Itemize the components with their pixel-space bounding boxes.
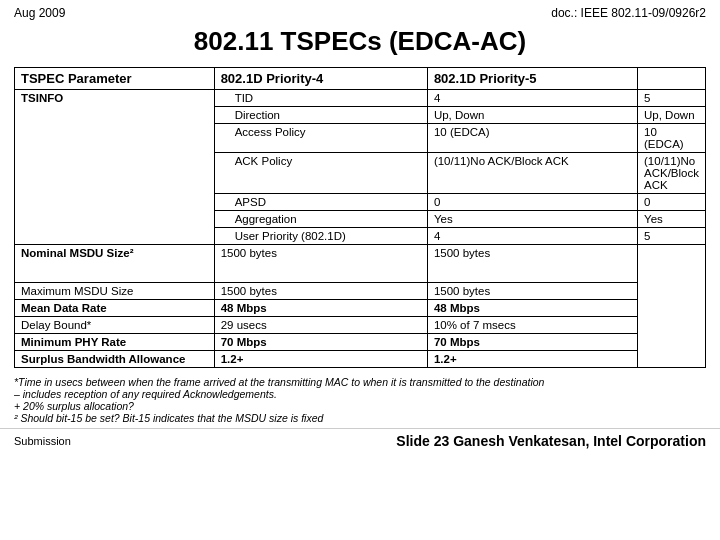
row-param: Access Policy <box>214 124 427 153</box>
row-p5: 5 <box>638 90 706 107</box>
footnote-line: *Time in usecs between when the frame ar… <box>14 376 706 388</box>
col3-header: 802.1D Priority-5 <box>427 68 637 90</box>
row-param: Aggregation <box>214 211 427 228</box>
row-param: TID <box>214 90 427 107</box>
row-p4: 4 <box>427 90 637 107</box>
header-right: doc.: IEEE 802.11-09/0926r2 <box>551 6 706 20</box>
nominal-row: Nominal MSDU Size²1500 bytes1500 bytes <box>15 245 706 283</box>
row-p4: 4 <box>427 228 637 245</box>
row-p5: Yes <box>638 211 706 228</box>
slide-info: Slide 23 Ganesh Venkatesan, Intel Corpor… <box>396 433 706 449</box>
footnote-line: – includes reception of any required Ack… <box>14 388 706 400</box>
row-p4: 0 <box>427 194 637 211</box>
row-p4: (10/11)No ACK/Block ACK <box>427 153 637 194</box>
row-p5: (10/11)No ACK/Block ACK <box>638 153 706 194</box>
table-row: TSINFOTID45 <box>15 90 706 107</box>
row-p5: Up, Down <box>638 107 706 124</box>
footnote-area: *Time in usecs between when the frame ar… <box>14 376 706 424</box>
bottom-bar: Submission Slide 23 Ganesh Venkatesan, I… <box>0 428 720 453</box>
tsinfo-label: TSINFO <box>15 90 215 245</box>
row-p4: Up, Down <box>427 107 637 124</box>
row-param: ACK Policy <box>214 153 427 194</box>
row-p5: 5 <box>638 228 706 245</box>
table-row: Delay Bound*29 usecs10% of 7 msecs <box>15 317 706 334</box>
header-left: Aug 2009 <box>14 6 65 20</box>
submission-label: Submission <box>14 435 71 447</box>
row-param: APSD <box>214 194 427 211</box>
col1-header: TSPEC Parameter <box>15 68 215 90</box>
table-row: Maximum MSDU Size1500 bytes1500 bytes <box>15 283 706 300</box>
row-p5: 0 <box>638 194 706 211</box>
footnote-line: ² Should bit-15 be set? Bit-15 indicates… <box>14 412 706 424</box>
table-row: Minimum PHY Rate70 Mbps70 Mbps <box>15 334 706 351</box>
row-p4: 10 (EDCA) <box>427 124 637 153</box>
footnote-line: + 20% surplus allocation? <box>14 400 706 412</box>
table-row: Mean Data Rate48 Mbps48 Mbps <box>15 300 706 317</box>
table-row: Surplus Bandwidth Allowance1.2+1.2+ <box>15 351 706 368</box>
row-p5: 10 (EDCA) <box>638 124 706 153</box>
page-title: 802.11 TSPECs (EDCA-AC) <box>0 26 720 57</box>
tspec-table: TSPEC Parameter 802.1D Priority-4 802.1D… <box>14 67 706 368</box>
main-table-container: TSPEC Parameter 802.1D Priority-4 802.1D… <box>14 67 706 368</box>
row-param: User Priority (802.1D) <box>214 228 427 245</box>
col2-header: 802.1D Priority-4 <box>214 68 427 90</box>
row-param: Direction <box>214 107 427 124</box>
row-p4: Yes <box>427 211 637 228</box>
